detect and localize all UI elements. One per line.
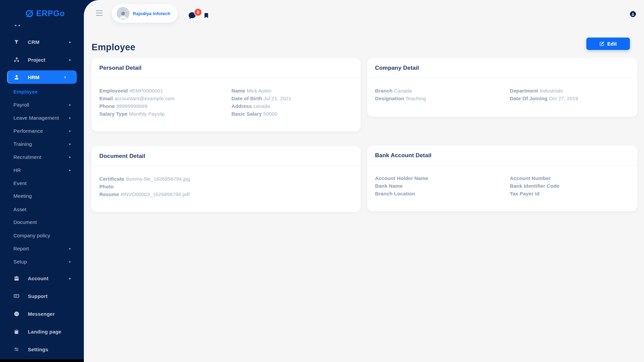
funnel-icon (13, 39, 19, 45)
chevron-right-icon: ▸ (69, 58, 71, 62)
chevron-right-icon: ▸ (69, 155, 71, 159)
edit-pencil-icon (599, 41, 604, 46)
sidebar-item-label: CRM (28, 39, 40, 45)
detail-row: Department Industrials (510, 87, 578, 95)
card-title: Company Detail (375, 65, 419, 71)
detail-row: Photo (99, 183, 190, 190)
sidebar-item-label: Project (28, 57, 45, 63)
sidebar-subitem-event[interactable]: Event (0, 179, 84, 187)
sidebar-subitem-employee[interactable]: Employee (0, 88, 84, 95)
sidebar-subitem-hr[interactable]: HR▸ (0, 166, 84, 174)
profile-menu-button[interactable] (630, 11, 636, 17)
sidebar-subitem-setup[interactable]: Setup▸ (0, 258, 84, 265)
subitem-label: Performance (13, 128, 43, 134)
sidebar-subitem-recruitment[interactable]: Recruitment▸ (0, 153, 84, 161)
sidebar-subitem-asset[interactable]: Asset (0, 205, 84, 213)
sidebar-item-label: Landing page (28, 329, 61, 335)
sidebar-item-account[interactable]: Account ▸ (0, 272, 84, 285)
sliders-icon (13, 346, 19, 352)
chat-badge: 0 (194, 8, 202, 16)
sidebar-item-crm[interactable]: CRM ▸ (0, 35, 84, 49)
card-header: Personal Detail (92, 58, 361, 78)
ticket-icon (13, 293, 19, 299)
detail-row: Phone 99999999999 (99, 102, 175, 110)
sidebar-subitem-document[interactable]: Document (0, 218, 84, 226)
main-content: Rajodiya Infotech 0 Employee Edit (84, 0, 644, 362)
company-detail-column-1: Branch Canada Designation Teaching (375, 87, 426, 102)
sidebar-item-project[interactable]: Project ▸ (0, 53, 84, 66)
detail-row: Salary Type Monthly Payslip (99, 110, 175, 118)
sidebar-item-settings[interactable]: Settings (0, 343, 84, 356)
detail-row: Address canada (231, 102, 291, 110)
detail-row: EmployeeId #EMP0000001 (99, 87, 175, 95)
sitemap-icon (13, 57, 19, 63)
avatar (117, 7, 129, 20)
detail-row: Tax Payer Id (510, 190, 559, 197)
document-detail-column-1: Certificate dummy-file_1626858794.jpg Ph… (99, 175, 190, 198)
company-name: Rajodiya Infotech (133, 11, 170, 16)
sidebar-subitem-payroll[interactable]: Payroll▸ (0, 101, 84, 108)
bank-account-detail-card: Bank Account Detail Account Holder Name … (367, 145, 637, 211)
briefcase-icon (13, 275, 19, 281)
detail-row: Account Holder Name (375, 174, 428, 182)
chevron-right-icon: ▸ (69, 40, 71, 44)
page-title: Employee (92, 42, 136, 53)
hamburger-menu-icon[interactable] (96, 10, 103, 16)
bookmark-button[interactable] (203, 11, 209, 20)
subitem-label: Event (13, 180, 26, 186)
chevron-right-icon: ▸ (69, 259, 71, 264)
card-header: Company Detail (367, 58, 637, 78)
messenger-icon (13, 311, 19, 317)
bank-detail-column-2: Account Number Bank Identifier Code Tax … (510, 174, 559, 197)
subitem-label: Employee (13, 89, 38, 95)
brand-name: ERPGo (36, 9, 65, 18)
company-switcher[interactable]: Rajodiya Infotech (112, 4, 178, 23)
detail-row: Bank Name (375, 182, 428, 190)
sidebar-subitem-meeting[interactable]: Meeting (0, 192, 84, 199)
chevron-right-icon: ▸ (69, 103, 71, 107)
detail-row: Basic Salary 50000 (231, 110, 291, 118)
sidebar-item-support[interactable]: Support (0, 289, 84, 303)
subitem-label: Training (13, 141, 32, 147)
sidebar-item-messenger[interactable]: Messenger (0, 307, 84, 320)
document-detail-card: Document Detail Certificate dummy-file_1… (92, 146, 361, 212)
chevron-right-icon: ▸ (69, 276, 71, 281)
sidebar-item-label: HRM (28, 74, 40, 80)
detail-row: Bank Identifier Code (510, 182, 559, 190)
detail-row: Certificate dummy-file_1626858794.jpg (99, 175, 190, 183)
sidebar-bottom-strip (0, 359, 84, 362)
detail-row: Account Number (510, 174, 559, 182)
subitem-label: Company policy (13, 233, 50, 238)
personal-detail-column-2: Name Mick Aston Date of Birth Jul 21, 20… (231, 87, 291, 118)
sidebar-subitem-leave-management[interactable]: Leave Management▸ (0, 114, 84, 121)
subitem-label: Document (13, 219, 37, 225)
sidebar-item-label: Support (28, 293, 48, 299)
subitem-label: Payroll (13, 102, 29, 108)
card-header: Bank Account Detail (367, 145, 637, 166)
brand-logo[interactable]: ERPGo (25, 9, 65, 18)
card-title: Personal Detail (99, 65, 142, 71)
subitem-label: Setup (13, 259, 27, 264)
sidebar-item-landing-page[interactable]: Landing page (0, 325, 84, 338)
detail-row: Resume #INVO00003_1626858794.pdf (99, 190, 190, 198)
company-detail-column-2: Department Industrials Date Of Joining O… (510, 87, 578, 102)
sidebar-subitem-report[interactable]: Report▸ (0, 245, 84, 252)
subitem-label: Recruitment (13, 154, 41, 160)
chevron-right-icon: ▸ (69, 142, 71, 146)
chat-button[interactable]: 0 (187, 11, 199, 21)
chevron-right-icon: ▸ (69, 116, 71, 120)
sidebar: ERPGo CRM ▸ Project ▸ HRM ▾ Employee (0, 0, 84, 362)
detail-row: Designation Teaching (375, 95, 426, 102)
subitem-label: Report (13, 246, 29, 251)
clipboard-icon (13, 328, 19, 335)
sidebar-item-hrm[interactable]: HRM ▾ (7, 70, 77, 84)
sidebar-subitem-training[interactable]: Training▸ (0, 140, 84, 147)
subitem-label: Leave Management (13, 115, 59, 121)
sidebar-subitem-performance[interactable]: Performance▸ (0, 127, 84, 134)
card-header: Document Detail (92, 146, 361, 166)
detail-row: Date Of Joining Oct 27, 2019 (510, 95, 578, 102)
sidebar-subitem-company-policy[interactable]: Company policy (0, 232, 84, 239)
edit-button[interactable]: Edit (586, 38, 630, 50)
detail-row: Branch Canada (375, 87, 426, 95)
chevron-right-icon: ▸ (69, 168, 71, 172)
